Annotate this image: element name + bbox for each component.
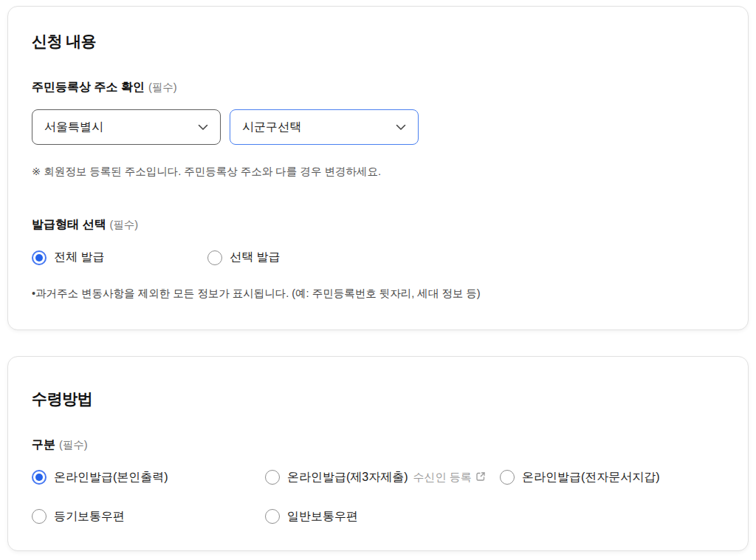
radio-dot (35, 474, 43, 481)
address-note: ※ 회원정보 등록된 주소입니다. 주민등록상 주소와 다를 경우 변경하세요. (32, 164, 724, 179)
application-section-title: 신청 내용 (32, 32, 724, 50)
radio-registered-mail[interactable]: 등기보통우편 (32, 509, 265, 525)
chevron-down-icon (198, 120, 208, 134)
radio-selected-icon (32, 250, 47, 265)
radio-label: 온라인발급(전자문서지갑) (522, 470, 660, 485)
radio-unselected-icon (32, 509, 47, 524)
radio-unselected-icon (265, 470, 280, 485)
radio-online-self-print[interactable]: 온라인발급(본인출력) (32, 470, 265, 485)
address-select-row: 서울특별시 시군구선택 (32, 109, 724, 145)
address-field-label: 주민등록상 주소 확인(필수) (32, 80, 724, 95)
city-select-value: 서울특별시 (44, 120, 103, 135)
radio-online-e-wallet[interactable]: 온라인발급(전자문서지갑) (500, 470, 724, 485)
issue-type-label: 발급형태 선택(필수) (32, 217, 724, 232)
category-label-text: 구분 (32, 438, 55, 451)
radio-unselected-icon (265, 509, 280, 524)
application-section-card: 신청 내용 주민등록상 주소 확인(필수) 서울특별시 시군구선택 (7, 6, 749, 330)
receiver-register-link[interactable]: 수신인 등록 (413, 471, 486, 485)
address-label-text: 주민등록상 주소 확인 (32, 81, 145, 93)
city-select[interactable]: 서울특별시 (32, 109, 221, 145)
radio-select-issue[interactable]: 선택 발급 (207, 250, 280, 265)
radio-selected-icon (32, 470, 47, 485)
receive-method-section-card: 수령방법 구분(필수) 온라인발급(본인출력) 온라인발급(제3자제출) 수신인… (7, 356, 749, 552)
issue-type-note: •과거주소 변동사항을 제외한 모든 정보가 표시됩니다. (예: 주민등록번호… (32, 286, 724, 301)
radio-online-third-party[interactable]: 온라인발급(제3자제출) (265, 470, 408, 485)
district-select-value: 시군구선택 (242, 120, 301, 135)
radio-label: 선택 발급 (230, 250, 280, 265)
category-label: 구분(필수) (32, 437, 724, 452)
radio-unselected-icon (500, 470, 515, 485)
receive-method-radio-group: 온라인발급(본인출력) 온라인발급(제3자제출) 수신인 등록 (32, 470, 724, 525)
receive-method-title: 수령방법 (32, 389, 724, 408)
required-badge: (필수) (109, 219, 138, 231)
district-select[interactable]: 시군구선택 (230, 109, 419, 145)
page: 신청 내용 주민등록상 주소 확인(필수) 서울특별시 시군구선택 (7, 6, 749, 551)
chevron-down-icon (396, 120, 406, 134)
radio-unselected-icon (207, 250, 222, 265)
radio-dot (35, 254, 43, 262)
radio-online-third-party-wrap: 온라인발급(제3자제출) 수신인 등록 (265, 470, 500, 485)
receiver-register-link-label: 수신인 등록 (413, 471, 472, 485)
radio-full-issue[interactable]: 전체 발급 (32, 250, 207, 265)
required-badge: (필수) (59, 439, 88, 451)
issue-type-label-text: 발급형태 선택 (32, 218, 106, 231)
radio-label: 등기보통우편 (54, 509, 125, 525)
issue-type-radio-group: 전체 발급 선택 발급 (32, 250, 724, 265)
radio-regular-mail[interactable]: 일반보통우편 (265, 509, 500, 525)
radio-label: 온라인발급(제3자제출) (287, 470, 408, 485)
external-link-icon (475, 471, 486, 484)
radio-label: 전체 발급 (54, 250, 104, 265)
radio-label: 일반보통우편 (287, 509, 358, 525)
required-badge: (필수) (148, 81, 177, 93)
radio-label: 온라인발급(본인출력) (54, 470, 168, 485)
